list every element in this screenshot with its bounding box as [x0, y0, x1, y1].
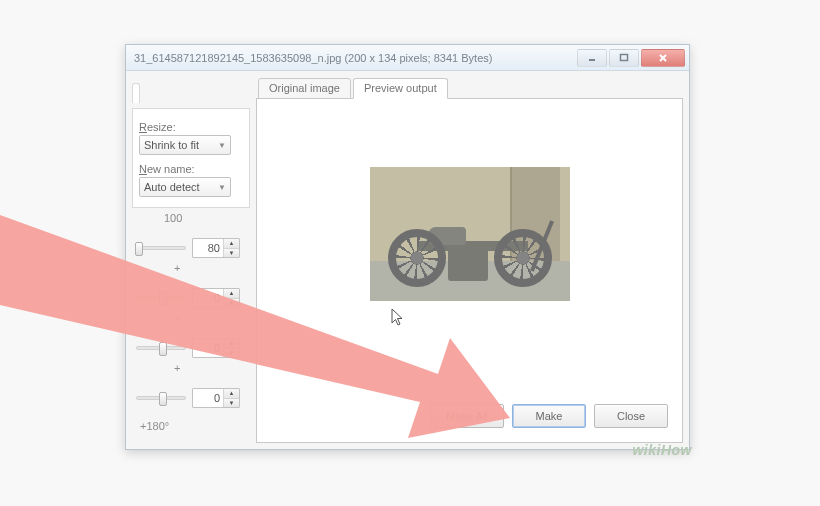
newname-value: Auto detect — [144, 181, 200, 193]
spinner-1[interactable]: ▲▼ — [192, 238, 240, 258]
svg-rect-1 — [621, 54, 628, 60]
slider-2[interactable] — [136, 296, 186, 300]
plus-3: + — [174, 362, 250, 374]
spin-up-icon[interactable]: ▲ — [224, 339, 239, 349]
make-all-button[interactable]: Make All — [430, 404, 504, 428]
tab-body: Make All Make Close — [256, 98, 683, 443]
options-panel: Resize: Shrink to fit ▼ New name: Auto d… — [132, 77, 250, 443]
preview-image — [370, 167, 570, 301]
plus-1: + — [174, 262, 250, 274]
spin-up-icon[interactable]: ▲ — [224, 239, 239, 249]
button-row: Make All Make Close — [430, 404, 668, 428]
tab-original-image[interactable]: Original image — [258, 78, 351, 99]
spinner-2[interactable]: ▲▼ — [192, 288, 240, 308]
spinner-3-input[interactable] — [193, 339, 223, 357]
motorcycle-icon — [494, 229, 552, 287]
slider-4[interactable] — [136, 396, 186, 400]
resize-combo[interactable]: Shrink to fit ▼ — [139, 135, 231, 155]
slider-row-2: ▲▼ — [136, 288, 250, 308]
slider-thumb[interactable] — [159, 342, 167, 356]
slider-row-1: ▲▼ — [136, 238, 250, 258]
header-100: 100 — [164, 212, 250, 224]
close-button[interactable]: Close — [594, 404, 668, 428]
slider-thumb[interactable] — [159, 392, 167, 406]
titlebar[interactable]: 31_614587121892145_1583635098_n.jpg (200… — [126, 45, 689, 71]
chevron-down-icon: ▼ — [218, 183, 226, 192]
spinner-1-input[interactable] — [193, 239, 223, 257]
spinner-3[interactable]: ▲▼ — [192, 338, 240, 358]
window-buttons — [577, 49, 685, 67]
slider-thumb[interactable] — [135, 242, 143, 256]
newname-combo[interactable]: Auto detect ▼ — [139, 177, 231, 197]
spin-down-icon[interactable]: ▼ — [224, 249, 239, 258]
tab-stub[interactable] — [132, 83, 140, 103]
cursor-icon — [390, 307, 406, 327]
window-close-button[interactable] — [641, 49, 685, 67]
spinner-4-input[interactable] — [193, 389, 223, 407]
spin-up-icon[interactable]: ▲ — [224, 389, 239, 399]
spin-up-icon[interactable]: ▲ — [224, 289, 239, 299]
newname-label: New name: — [139, 163, 243, 175]
tab-strip: Original image Preview output — [256, 77, 683, 98]
tabs-area: Original image Preview output — [256, 77, 683, 443]
motorcycle-icon — [388, 229, 446, 287]
watermark: wikiHow — [632, 442, 692, 458]
plus-2: + — [174, 312, 250, 324]
slider-1[interactable] — [136, 246, 186, 250]
rotation-label: +180° — [140, 420, 250, 432]
slider-row-3: ▲▼ — [136, 338, 250, 358]
spin-down-icon[interactable]: ▼ — [224, 299, 239, 308]
tab-preview-output[interactable]: Preview output — [353, 78, 448, 99]
dialog-window: 31_614587121892145_1583635098_n.jpg (200… — [125, 44, 690, 450]
close-icon — [658, 53, 668, 63]
minimize-button[interactable] — [577, 49, 607, 67]
minimize-icon — [587, 53, 597, 63]
spin-down-icon[interactable]: ▼ — [224, 349, 239, 358]
spin-down-icon[interactable]: ▼ — [224, 399, 239, 408]
resize-label: Resize: — [139, 121, 243, 133]
spinner-4[interactable]: ▲▼ — [192, 388, 240, 408]
preview-area — [370, 167, 570, 327]
spinner-2-input[interactable] — [193, 289, 223, 307]
slider-3[interactable] — [136, 346, 186, 350]
maximize-icon — [619, 53, 629, 63]
slider-row-4: ▲▼ — [136, 388, 250, 408]
make-button[interactable]: Make — [512, 404, 586, 428]
slider-thumb[interactable] — [159, 292, 167, 306]
chevron-down-icon: ▼ — [218, 141, 226, 150]
content-area: Resize: Shrink to fit ▼ New name: Auto d… — [126, 71, 689, 449]
window-title: 31_614587121892145_1583635098_n.jpg (200… — [134, 52, 577, 64]
resize-value: Shrink to fit — [144, 139, 199, 151]
maximize-button[interactable] — [609, 49, 639, 67]
